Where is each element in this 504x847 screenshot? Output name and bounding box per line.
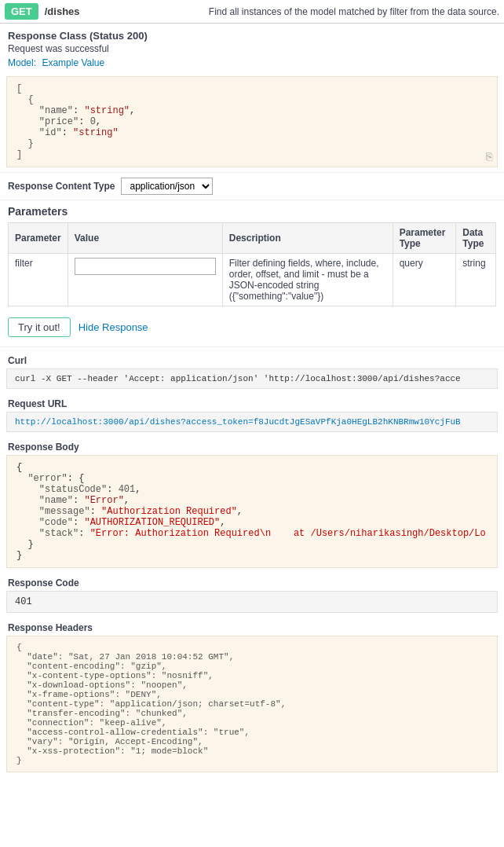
rh-line-ct: "content-type": "application/json; chars… — [16, 699, 488, 709]
code-line-7: ] — [16, 149, 488, 160]
content-type-label: Response Content Type — [8, 181, 115, 192]
param-type: query — [393, 254, 456, 306]
code-line-3: "name": "string", — [16, 105, 488, 116]
code-line-2: { — [16, 94, 488, 105]
response-code-label: Response Code — [0, 573, 504, 591]
endpoint-header: GET /dishes Find all instances of the mo… — [0, 0, 504, 24]
table-row: filter Filter defining fields, where, in… — [9, 254, 496, 306]
response-headers-block: { "date": "Sat, 27 Jan 2018 10:04:52 GMT… — [6, 636, 498, 772]
col-data-type: Data Type — [456, 223, 496, 254]
parameters-section: Parameters Parameter Value Description P… — [0, 200, 504, 311]
endpoint-path: /dishes — [45, 6, 80, 17]
param-name: filter — [9, 254, 68, 306]
code-line-6: } — [16, 138, 488, 149]
request-url-value: http://localhost:3000/api/dishes?access_… — [6, 412, 498, 432]
tryout-button[interactable]: Try it out! — [8, 317, 71, 337]
param-value-cell — [68, 254, 222, 306]
content-type-row: Response Content Type application/json — [0, 172, 504, 200]
request-url-label: Request URL — [0, 394, 504, 412]
example-value-link[interactable]: Example Value — [42, 57, 104, 68]
response-code-value: 401 — [6, 591, 498, 613]
rh-line-date: "date": "Sat, 27 Jan 2018 10:04:52 GMT", — [16, 652, 488, 662]
col-param-type: Parameter Type — [393, 223, 456, 254]
param-data-type: string — [456, 254, 496, 306]
col-description: Description — [222, 223, 393, 254]
rh-line-encoding: "content-encoding": "gzip", — [16, 662, 488, 671]
response-class-title: Response Class (Status 200) — [8, 30, 496, 42]
rh-line-xss: "x-xss-protection": "1; mode=block" — [16, 746, 488, 756]
response-body-label: Response Body — [0, 437, 504, 455]
rh-line-vary: "vary": "Origin, Accept-Encoding", — [16, 737, 488, 746]
rb-line-9: } — [16, 550, 488, 561]
rh-line-cto: "x-content-type-options": "nosniff", — [16, 671, 488, 680]
method-badge: GET — [5, 3, 38, 20]
col-parameter: Parameter — [9, 223, 68, 254]
rh-line-acac: "access-control-allow-credentials": "tru… — [16, 728, 488, 737]
rb-line-4: "name": "Error", — [16, 495, 488, 506]
action-row: Try it out! Hide Response — [0, 311, 504, 343]
code-line-4: "price": 0, — [16, 116, 488, 127]
rb-line-1: { — [16, 462, 488, 473]
code-line-5: "id": "string" — [16, 127, 488, 138]
rb-line-6: "code": "AUTHORIZATION_REQUIRED", — [16, 517, 488, 528]
param-description: Filter defining fields, where, include, … — [222, 254, 393, 306]
response-headers-label: Response Headers — [0, 618, 504, 636]
status-section: Response Class (Status 200) Request was … — [0, 24, 504, 72]
rh-line-open: { — [16, 643, 488, 652]
col-value: Value — [68, 223, 222, 254]
filter-input[interactable] — [75, 258, 216, 275]
example-value-block: [ { "name": "string", "price": 0, "id": … — [6, 76, 498, 167]
content-type-select[interactable]: application/json — [121, 178, 213, 195]
rb-line-3: "statusCode": 401, — [16, 484, 488, 495]
code-line-1: [ — [16, 83, 488, 94]
model-text: Model: — [8, 57, 36, 68]
endpoint-description: Find all instances of the model matched … — [86, 6, 499, 17]
rb-line-7: "stack": "Error: Authorization Required\… — [16, 528, 488, 539]
rh-line-te: "transfer-encoding": "chunked", — [16, 709, 488, 718]
rh-line-close: } — [16, 756, 488, 765]
model-label: Model: Example Value — [8, 57, 496, 68]
rh-line-xdo: "x-download-options": "noopen", — [16, 680, 488, 690]
rb-line-2: "error": { — [16, 473, 488, 484]
rh-line-conn: "connection": "keep-alive", — [16, 718, 488, 728]
curl-label: Curl — [0, 350, 504, 368]
curl-value: curl -X GET --header 'Accept: applicatio… — [6, 368, 498, 389]
response-body-block: { "error": { "statusCode": 401, "name": … — [6, 455, 498, 568]
rb-line-8: } — [16, 539, 488, 550]
response-message: Request was successful — [8, 43, 496, 54]
rh-line-xfo: "x-frame-options": "DENY", — [16, 690, 488, 699]
rb-line-5: "message": "Authorization Required", — [16, 506, 488, 517]
parameters-table: Parameter Value Description Parameter Ty… — [8, 222, 496, 306]
copy-icon[interactable]: ⎘ — [486, 151, 492, 163]
section-divider — [0, 346, 504, 347]
hide-response-link[interactable]: Hide Response — [79, 321, 148, 333]
parameters-title: Parameters — [8, 205, 496, 218]
